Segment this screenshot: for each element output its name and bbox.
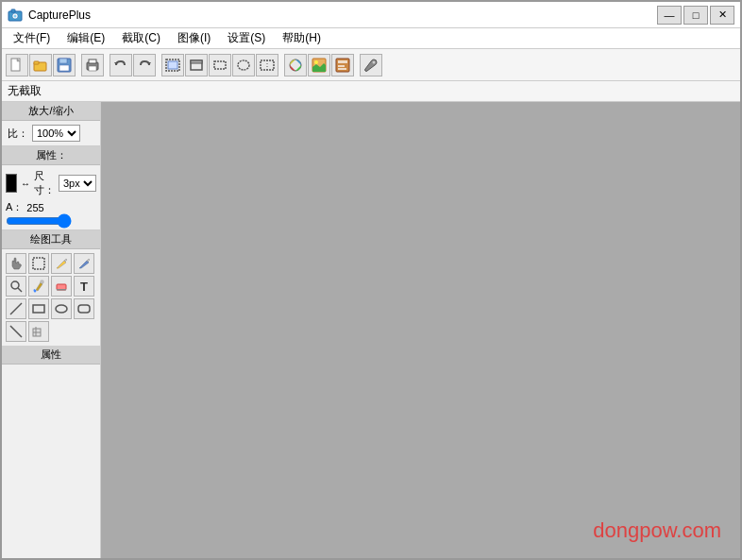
color-swatch[interactable] bbox=[6, 174, 17, 193]
brush-tool[interactable] bbox=[74, 253, 94, 274]
bottom-props-area bbox=[2, 365, 100, 560]
props-section: ↔ 尺寸： 3px 1px 2px 4px 5px A： 255 bbox=[2, 165, 100, 230]
fill-tool[interactable] bbox=[28, 276, 49, 297]
svg-rect-9 bbox=[59, 59, 67, 63]
svg-rect-19 bbox=[191, 60, 202, 63]
minimize-button[interactable]: — bbox=[657, 6, 682, 25]
alpha-label: A： bbox=[6, 200, 23, 214]
arrow-icon: ↔ bbox=[21, 178, 30, 189]
size-select[interactable]: 3px 1px 2px 4px 5px bbox=[59, 175, 96, 192]
hand-tool[interactable] bbox=[6, 253, 26, 274]
size-label: 尺寸： bbox=[34, 169, 55, 197]
canvas-area[interactable]: dongpow.com bbox=[101, 102, 740, 560]
main-area: 放大/缩小 比： 100% 25% 50% 75% 150% 200% 属性： … bbox=[2, 102, 740, 560]
svg-rect-32 bbox=[33, 258, 44, 269]
svg-rect-17 bbox=[168, 61, 177, 69]
svg-rect-22 bbox=[261, 60, 274, 70]
svg-line-38 bbox=[10, 303, 22, 314]
print-button[interactable] bbox=[81, 54, 104, 76]
pencil-tool[interactable] bbox=[51, 253, 72, 274]
new-button[interactable] bbox=[6, 54, 28, 76]
capture-rect-button[interactable] bbox=[209, 54, 231, 76]
maximize-button[interactable]: □ bbox=[683, 6, 708, 25]
props-header: 属性： bbox=[2, 146, 100, 165]
undo-button[interactable] bbox=[110, 54, 132, 76]
app-icon bbox=[8, 8, 23, 23]
menu-bar: 文件(F) 编辑(E) 截取(C) 图像(I) 设置(S) 帮助(H) bbox=[2, 28, 740, 49]
svg-point-33 bbox=[11, 281, 19, 289]
status-bar: 无截取 bbox=[2, 81, 740, 102]
text-tool-label: T bbox=[80, 280, 88, 294]
menu-file[interactable]: 文件(F) bbox=[6, 28, 58, 48]
window-controls: — □ ✕ bbox=[657, 6, 734, 25]
ellipse-tool[interactable] bbox=[51, 298, 72, 319]
svg-rect-30 bbox=[338, 68, 346, 70]
app-title: CapturePlus bbox=[28, 8, 657, 22]
watermark: dongpow.com bbox=[593, 518, 721, 543]
status-text: 无截取 bbox=[8, 83, 42, 99]
svg-rect-35 bbox=[41, 280, 43, 283]
svg-rect-20 bbox=[214, 61, 226, 69]
zoom-select[interactable]: 100% 25% 50% 75% 150% 200% bbox=[32, 125, 80, 142]
svg-rect-13 bbox=[89, 66, 96, 71]
alpha-value: 255 bbox=[26, 202, 43, 213]
svg-rect-39 bbox=[33, 305, 44, 313]
svg-rect-3 bbox=[11, 9, 15, 12]
special-tool[interactable] bbox=[28, 321, 49, 342]
menu-capture[interactable]: 截取(C) bbox=[114, 28, 168, 48]
menu-settings[interactable]: 设置(S) bbox=[220, 28, 273, 48]
capture-fixed-button[interactable] bbox=[256, 54, 278, 76]
draw-tools-grid: T bbox=[2, 249, 100, 346]
zoom-section: 比： 100% 25% 50% 75% 150% 200% bbox=[2, 121, 100, 146]
round-rect-tool[interactable] bbox=[74, 298, 94, 319]
zoom-header: 放大/缩小 bbox=[2, 102, 100, 121]
svg-point-31 bbox=[373, 60, 376, 63]
rect-tool[interactable] bbox=[28, 298, 49, 319]
history-button[interactable] bbox=[331, 54, 354, 76]
toolbar bbox=[2, 49, 740, 81]
svg-point-2 bbox=[14, 14, 17, 17]
svg-rect-29 bbox=[338, 65, 345, 67]
menu-image[interactable]: 图像(I) bbox=[170, 28, 218, 48]
open-button[interactable] bbox=[29, 54, 52, 76]
svg-point-40 bbox=[56, 305, 67, 313]
wrench-button[interactable] bbox=[360, 54, 382, 76]
svg-rect-37 bbox=[57, 289, 66, 291]
select-tool[interactable] bbox=[28, 253, 49, 274]
left-panel: 放大/缩小 比： 100% 25% 50% 75% 150% 200% 属性： … bbox=[2, 102, 101, 560]
menu-edit[interactable]: 编辑(E) bbox=[59, 28, 112, 48]
eraser-tool[interactable] bbox=[51, 276, 72, 297]
zoom-label: 比： bbox=[8, 127, 28, 141]
svg-line-42 bbox=[10, 326, 22, 337]
svg-marker-15 bbox=[147, 62, 151, 65]
draw-tools-header: 绘图工具 bbox=[2, 230, 100, 249]
svg-rect-10 bbox=[59, 65, 69, 71]
svg-rect-28 bbox=[338, 60, 347, 63]
line-tool[interactable] bbox=[6, 298, 26, 319]
close-button[interactable]: ✕ bbox=[710, 6, 734, 25]
alpha-slider[interactable] bbox=[6, 216, 72, 226]
capture-freehand-button[interactable] bbox=[232, 54, 255, 76]
title-bar: CapturePlus — □ ✕ bbox=[2, 2, 740, 28]
redo-button[interactable] bbox=[133, 54, 156, 76]
image-settings-button[interactable] bbox=[308, 54, 330, 76]
svg-rect-12 bbox=[89, 59, 96, 63]
bottom-props-header: 属性 bbox=[2, 346, 100, 365]
svg-point-26 bbox=[314, 60, 318, 64]
menu-help[interactable]: 帮助(H) bbox=[275, 28, 329, 48]
save-button[interactable] bbox=[53, 54, 76, 76]
text-tool[interactable]: T bbox=[74, 276, 94, 297]
color-settings-button[interactable] bbox=[284, 54, 307, 76]
svg-rect-41 bbox=[78, 305, 90, 313]
svg-point-21 bbox=[238, 60, 249, 70]
capture-full-button[interactable] bbox=[161, 54, 184, 76]
svg-line-34 bbox=[18, 288, 22, 292]
capture-window-button[interactable] bbox=[185, 54, 208, 76]
svg-marker-14 bbox=[114, 62, 118, 65]
zoom-tool[interactable] bbox=[6, 276, 26, 297]
diagonal-line-tool[interactable] bbox=[6, 321, 26, 342]
svg-rect-7 bbox=[34, 61, 39, 64]
